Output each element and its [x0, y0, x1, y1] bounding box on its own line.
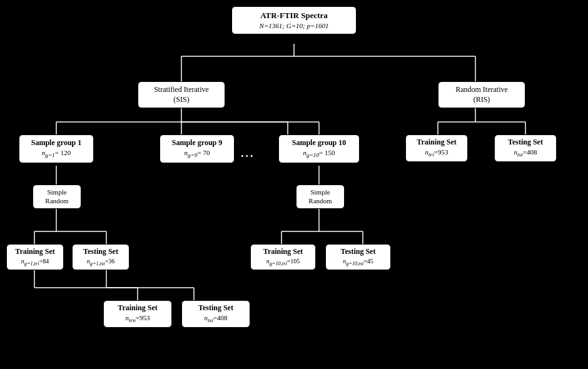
tsg10-sub: ng=10,tri=105: [254, 257, 312, 268]
teg10-title: Testing Set: [329, 247, 387, 257]
sg1-sub: ng=1= 120: [23, 148, 89, 159]
sg9-sub: ng=9= 70: [164, 148, 230, 159]
sample-group-1-box: Sample group 1 ng=1= 120: [19, 134, 94, 163]
final-test-title: Testing Set: [186, 303, 246, 313]
sg10-title: Sample group 10: [283, 138, 355, 148]
final-test-sub: ntst=408: [186, 313, 246, 325]
sample-group-9-box: Sample group 9 ng=9= 70: [160, 134, 235, 163]
final-train-sub: ntrn=953: [108, 313, 168, 325]
sg10-sub: ng=10= 150: [283, 148, 355, 159]
ris-line1: Random Iterative: [444, 85, 520, 95]
teg1-title: Testing Set: [76, 247, 126, 257]
tsg1-title: Training Set: [10, 247, 60, 257]
ris-test-title: Testing Set: [499, 138, 552, 148]
ris-test-box: Testing Set ntst=408: [494, 134, 557, 162]
ris-box: Random Iterative (RIS): [438, 81, 525, 108]
ris-train-box: Training Set ntri=953: [405, 134, 468, 162]
diagram: ATR-FTIR Spectra N=1361; G=10; p=1601 St…: [0, 0, 588, 369]
train-set-g10-box: Training Set ng=10,tri=105: [250, 244, 316, 270]
connector-lines: [0, 0, 588, 369]
title-text: ATR-FTIR Spectra: [238, 11, 350, 21]
ris-train-title: Training Set: [410, 138, 464, 148]
sis-line2: (SIS): [143, 95, 220, 105]
ris-line2: (RIS): [444, 95, 520, 105]
teg1-sub: ng=1,tst=36: [76, 257, 126, 268]
title-sub: N=1361; G=10; p=1601: [238, 21, 350, 30]
title-box: ATR-FTIR Spectra N=1361; G=10; p=1601: [231, 6, 357, 34]
sg1-title: Sample group 1: [23, 138, 89, 148]
tsg1-sub: ng=1,tri=84: [10, 257, 60, 268]
final-train-title: Training Set: [108, 303, 168, 313]
tsg10-title: Training Set: [254, 247, 312, 257]
teg10-sub: ng=10,tst=45: [329, 257, 387, 268]
simple-random-10-box: Simple Random: [296, 184, 345, 209]
test-set-g10-box: Testing Set ng=10,tst=45: [325, 244, 391, 270]
sis-box: Stratified Iterative (SIS): [138, 81, 225, 108]
sis-line1: Stratified Iterative: [143, 85, 220, 95]
ris-train-sub: ntri=953: [410, 148, 464, 159]
test-set-g1-box: Testing Set ng=1,tst=36: [72, 244, 129, 270]
sr10-text: Simple Random: [300, 188, 341, 206]
simple-random-1-box: Simple Random: [33, 184, 81, 209]
final-test-box: Testing Set ntst=408: [181, 300, 250, 328]
train-set-g1-box: Training Set ng=1,tri=84: [6, 244, 64, 270]
ris-test-sub: ntst=408: [499, 148, 552, 159]
dots: ...: [241, 147, 255, 160]
sg9-title: Sample group 9: [164, 138, 230, 148]
sample-group-10-box: Sample group 10 ng=10= 150: [278, 134, 360, 163]
final-train-box: Training Set ntrn=953: [103, 300, 172, 328]
sr1-text: Simple Random: [36, 188, 78, 206]
